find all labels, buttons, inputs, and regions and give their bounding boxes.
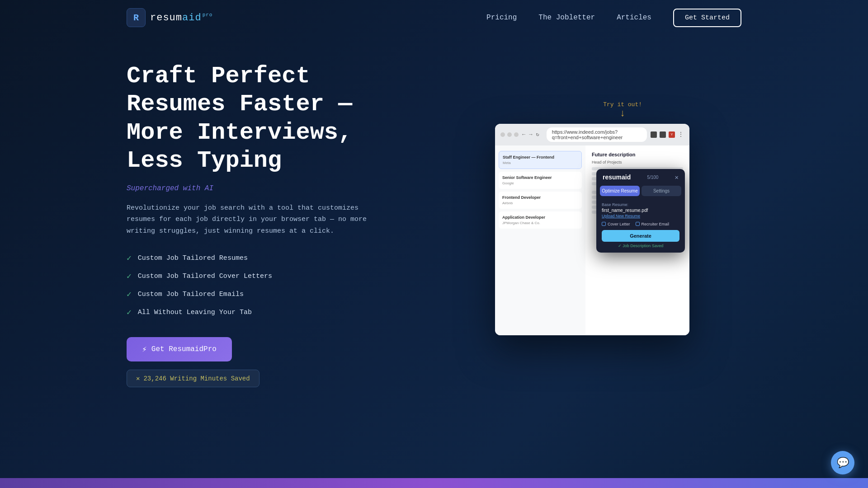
browser-menu-icon[interactable]: ⋮: [678, 131, 684, 138]
navbar: R resumaidpro Pricing The Jobletter Arti…: [0, 0, 868, 35]
hero-left: Craft Perfect Resumes Faster — More Inte…: [127, 62, 407, 387]
base-resume-value: first_name_resume.pdf: [602, 208, 679, 213]
job-item-company-3: Airbnb: [502, 201, 578, 205]
cover-letter-checkbox-box: [602, 222, 606, 226]
browser-body: Staff Engineer — Frontend Meta Senior So…: [495, 145, 689, 335]
feature-item-2: ✓ Custom Job Tailored Cover Letters: [127, 271, 407, 281]
job-item-title-1: Staff Engineer — Frontend: [503, 155, 578, 160]
extension-close-button[interactable]: ✕: [675, 174, 679, 181]
job-item-company-2: Google: [502, 181, 578, 185]
job-item-4[interactable]: Application Developer JPMorgan Chase & C…: [499, 211, 582, 229]
job-item-1[interactable]: Staff Engineer — Frontend Meta: [499, 151, 582, 169]
chat-button[interactable]: 💬: [831, 451, 854, 474]
cta-area: ⚡ Get ResumaidPro: [127, 337, 407, 370]
feature-label-2: Custom Job Tailored Cover Letters: [138, 272, 272, 280]
job-item-3[interactable]: Frontend Developer Airbnb: [499, 192, 582, 209]
minutes-saved-badge: ✕ 23,246 Writing Minutes Saved: [127, 370, 259, 387]
cover-letter-label: Cover Letter: [608, 222, 630, 226]
cover-letter-checkbox[interactable]: Cover Letter: [602, 222, 630, 226]
hero-title: Craft Perfect Resumes Faster — More Inte…: [127, 62, 407, 175]
job-item-company-4: JPMorgan Chase & Co.: [502, 221, 578, 225]
recruiter-email-checkbox[interactable]: Recruiter Email: [636, 222, 670, 226]
job-item-2[interactable]: Senior Software Engineer Google: [499, 172, 582, 189]
job-detail-subtitle: Head of Projects: [592, 160, 683, 164]
feature-label-3: Custom Job Tailored Emails: [138, 291, 244, 298]
hero-right: Try it out! ↓ ← → ↻ https://www.indeed.c…: [443, 115, 741, 335]
job-item-title-3: Frontend Developer: [502, 195, 578, 200]
checkmark-icon-1: ✓: [127, 253, 132, 263]
logo-icon: R: [127, 8, 146, 27]
get-started-button[interactable]: Get Started: [673, 9, 741, 27]
extension-status: ✓ Job Description Saved: [602, 244, 679, 248]
browser-mockup: ← → ↻ https://www.indeed.com/jobs?q=fron…: [495, 124, 689, 335]
checkmark-icon-3: ✓: [127, 289, 132, 299]
extension-tabs: Optimize Resume Settings: [596, 184, 685, 200]
browser-icon-2: [660, 131, 666, 138]
nav-link-jobletter[interactable]: The Jobletter: [538, 14, 595, 22]
nav-links: Pricing The Jobletter Articles Get Start…: [486, 9, 741, 27]
cta-button[interactable]: ⚡ Get ResumaidPro: [127, 337, 232, 361]
browser-forward-icon[interactable]: →: [529, 131, 532, 138]
feature-label-4: All Without Leaving Your Tab: [138, 309, 252, 316]
browser-url-bar[interactable]: https://www.indeed.com/jobs?q=front+end+…: [547, 127, 647, 142]
try-label: Try it out! ↓: [603, 101, 642, 119]
job-item-title-4: Application Developer: [502, 215, 578, 220]
logo-text: resumaidpro: [150, 12, 212, 23]
browser-bar: ← → ↻ https://www.indeed.com/jobs?q=fron…: [495, 124, 689, 145]
extension-logo: resumaid: [603, 174, 631, 181]
browser-dot-1: [500, 132, 505, 137]
checkboxes-area: Cover Letter Recruiter Email: [602, 222, 679, 226]
browser-dot-3: [514, 132, 519, 137]
recruiter-email-checkbox-box: [636, 222, 640, 226]
timer-icon: ✕: [136, 375, 140, 382]
feature-item-3: ✓ Custom Job Tailored Emails: [127, 289, 407, 299]
feature-list: ✓ Custom Job Tailored Resumes ✓ Custom J…: [127, 253, 407, 317]
tab-settings[interactable]: Settings: [642, 186, 681, 196]
cta-label: Get ResumaidPro: [151, 345, 217, 353]
nav-link-articles[interactable]: Articles: [617, 14, 651, 22]
job-item-company-1: Meta: [503, 161, 578, 165]
browser-back-icon[interactable]: ←: [522, 131, 525, 138]
job-detail-title: Future description: [592, 152, 683, 157]
tab-optimize-resume[interactable]: Optimize Resume: [600, 186, 640, 196]
browser-nav-icons: Y ⋮: [651, 131, 684, 138]
feature-label-1: Custom Job Tailored Resumes: [138, 254, 248, 262]
hero-subtitle: Supercharged with AI: [127, 184, 407, 192]
arrow-down-icon: ↓: [603, 108, 642, 119]
extension-header: resumaid 5/100 ✕: [596, 169, 685, 184]
feature-item-4: ✓ All Without Leaving Your Tab: [127, 307, 407, 317]
checkmark-icon-2: ✓: [127, 271, 132, 281]
browser-refresh-icon[interactable]: ↻: [536, 131, 539, 138]
chat-icon: 💬: [837, 457, 849, 469]
browser-icon-1: [651, 131, 657, 138]
feature-item-1: ✓ Custom Job Tailored Resumes: [127, 253, 407, 263]
extension-body: Base Resume: first_name_resume.pdf Uploa…: [596, 200, 685, 253]
checkmark-icon-4: ✓: [127, 307, 132, 317]
browser-dot-2: [507, 132, 512, 137]
hero-section: Craft Perfect Resumes Faster — More Inte…: [0, 35, 868, 423]
recruiter-email-label: Recruiter Email: [642, 222, 670, 226]
job-list-sidebar: Staff Engineer — Frontend Meta Senior So…: [495, 145, 585, 335]
extension-counter: 5/100: [647, 175, 658, 180]
nav-link-pricing[interactable]: Pricing: [486, 14, 517, 22]
base-resume-label: Base Resume:: [602, 202, 679, 207]
generate-button[interactable]: Generate: [602, 230, 679, 242]
minutes-saved-text: 23,246 Writing Minutes Saved: [143, 375, 250, 382]
extension-popup: resumaid 5/100 ✕ Optimize Resume Setting…: [596, 169, 685, 253]
upload-resume-link[interactable]: Upload New Resume: [602, 214, 679, 218]
browser-icon-3: Y: [669, 131, 675, 138]
logo-area[interactable]: R resumaidpro: [127, 8, 212, 27]
bottom-purple-bar: [0, 478, 868, 488]
browser-dots: [500, 132, 519, 137]
job-item-title-2: Senior Software Engineer: [502, 175, 578, 180]
hero-description: Revolutionize your job search with a too…: [127, 202, 380, 237]
bolt-icon: ⚡: [142, 344, 147, 354]
